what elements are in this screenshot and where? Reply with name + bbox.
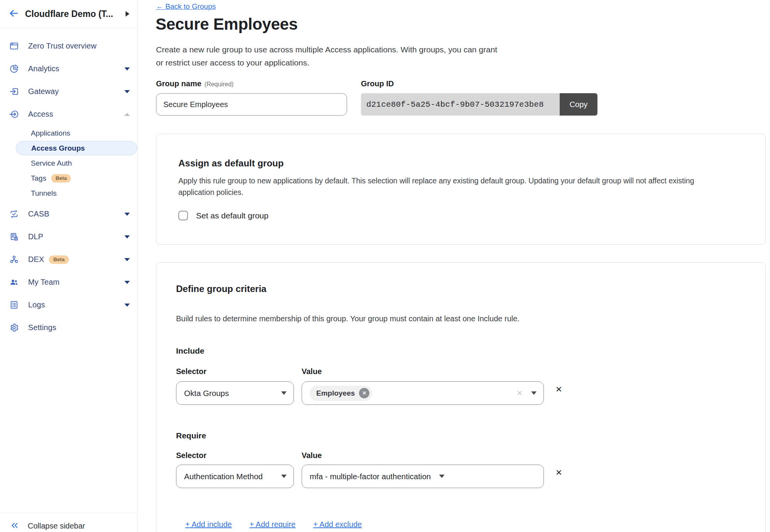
require-selector-dropdown[interactable]: Authentication Method xyxy=(176,465,294,488)
card-body: Build rules to determine membership of t… xyxy=(176,314,746,323)
sidebar-item-tags[interactable]: Tags Beta xyxy=(0,171,137,186)
sidebar-item-analytics[interactable]: Analytics xyxy=(0,57,137,80)
chevron-down-icon xyxy=(439,475,445,478)
beta-badge: Beta xyxy=(49,255,69,264)
remove-include-rule-icon[interactable]: ✕ xyxy=(555,385,562,393)
sidebar-item-label: My Team xyxy=(28,278,59,287)
include-value-multiselect[interactable]: Employees ✕ ✕ xyxy=(302,381,544,405)
require-heading: Require xyxy=(176,431,206,440)
criteria-card: Define group criteria Build rules to det… xyxy=(156,262,766,532)
sidebar-item-label: Settings xyxy=(28,323,56,332)
sidebar-item-casb[interactable]: CASB xyxy=(0,203,137,225)
include-selector-dropdown[interactable]: Okta Groups xyxy=(176,381,294,405)
add-require-link[interactable]: + Add require xyxy=(250,520,296,529)
account-title: Cloudflare Demo (T... xyxy=(25,9,126,19)
sidebar-item-label: Logs xyxy=(28,300,45,309)
access-subnav: Applications Access Groups Service Auth … xyxy=(0,126,137,201)
sidebar-item-label: Service Auth xyxy=(31,159,72,168)
value-label: Value xyxy=(302,451,322,460)
add-exclude-link[interactable]: + Add exclude xyxy=(313,520,362,529)
default-group-checkbox-row: Set as default group xyxy=(178,211,268,220)
group-id-label: Group ID xyxy=(361,79,394,88)
sidebar-item-access[interactable]: Access xyxy=(0,103,137,126)
sidebar-item-label: Tags xyxy=(31,174,46,183)
copy-button[interactable]: Copy xyxy=(560,93,597,116)
chevron-down-icon xyxy=(124,281,130,284)
group-id-unit: d21ce80f-5a25-4bcf-9b07-5032197e3be8 Cop… xyxy=(361,93,597,116)
chevron-down-icon xyxy=(124,67,130,70)
add-include-link[interactable]: + Add include xyxy=(185,520,232,529)
selector-label: Selector xyxy=(176,367,206,376)
sidebar-item-access-groups[interactable]: Access Groups xyxy=(0,141,137,156)
chevron-up-icon xyxy=(124,113,130,116)
chevron-down-icon xyxy=(124,90,130,93)
checkbox-label: Set as default group xyxy=(196,211,268,220)
back-link-label: Back to Groups xyxy=(165,2,216,10)
document-lock-icon xyxy=(9,232,19,242)
require-value-dropdown[interactable]: mfa - multiple-factor authentication xyxy=(302,465,544,488)
default-group-checkbox[interactable] xyxy=(178,211,188,220)
remove-require-rule-icon[interactable]: ✕ xyxy=(555,468,562,477)
sidebar-item-label: Applications xyxy=(31,129,70,138)
back-arrow-icon[interactable] xyxy=(8,8,19,20)
chevron-down-icon xyxy=(281,391,287,395)
sidebar-item-label: Access xyxy=(28,110,53,119)
left-arrow-icon: ← xyxy=(156,2,163,10)
sidebar-item-tunnels[interactable]: Tunnels xyxy=(0,186,137,201)
sidebar-item-label: Gateway xyxy=(28,87,59,96)
chevron-down-icon xyxy=(531,391,537,395)
sidebar-item-gateway[interactable]: Gateway xyxy=(0,80,137,103)
collapse-icon xyxy=(10,521,19,532)
selected-item-pill: Access Groups xyxy=(16,141,137,155)
chevron-right-icon[interactable] xyxy=(126,11,129,17)
add-rule-links: + Add include + Add require + Add exclud… xyxy=(185,520,362,529)
page-description: Create a new rule group to use across mu… xyxy=(156,43,497,69)
back-to-groups-link[interactable]: ← Back to Groups xyxy=(156,2,216,11)
team-icon xyxy=(9,277,19,287)
card-body: Apply this rule group to new application… xyxy=(178,175,725,198)
sidebar-item-service-auth[interactable]: Service Auth xyxy=(0,156,137,171)
value-chip: Employees ✕ xyxy=(310,386,372,401)
sidebar-item-zero-trust-overview[interactable]: Zero Trust overview xyxy=(0,35,137,57)
gateway-icon xyxy=(9,87,19,96)
clear-value-icon[interactable]: ✕ xyxy=(517,389,523,398)
logs-icon xyxy=(9,300,19,310)
selected-option: Okta Groups xyxy=(184,389,229,398)
required-hint: (Required) xyxy=(205,81,234,87)
card-title: Define group criteria xyxy=(176,284,267,294)
chip-label: Employees xyxy=(316,389,355,398)
group-id-value: d21ce80f-5a25-4bcf-9b07-5032197e3be8 xyxy=(361,93,560,116)
sidebar-item-label: CASB xyxy=(28,210,49,218)
casb-icon xyxy=(9,209,19,219)
sidebar-item-label: Zero Trust overview xyxy=(28,42,97,50)
sidebar-item-dlp[interactable]: DLP xyxy=(0,225,137,248)
sidebar-header: Cloudflare Demo (T... xyxy=(0,0,137,28)
group-name-label: Group name(Required) xyxy=(156,79,233,88)
sidebar-item-label: Tunnels xyxy=(31,189,57,198)
sidebar-item-label: Analytics xyxy=(28,64,59,73)
sidebar-item-logs[interactable]: Logs xyxy=(0,294,137,316)
sidebar-item-label: DLP xyxy=(28,232,43,241)
sidebar-nav: Zero Trust overview Analytics Gateway Ac… xyxy=(0,28,137,339)
chip-remove-icon[interactable]: ✕ xyxy=(359,388,369,398)
chevron-down-icon xyxy=(124,213,130,216)
sidebar-item-settings[interactable]: Settings xyxy=(0,316,137,339)
value-label: Value xyxy=(302,367,322,376)
selector-label: Selector xyxy=(176,451,206,460)
page-title: Secure Employees xyxy=(156,15,298,34)
sidebar-item-label: Access Groups xyxy=(31,144,85,153)
collapse-label: Collapse sidebar xyxy=(28,522,85,530)
selected-option: mfa - multiple-factor authentication xyxy=(310,472,431,481)
sidebar-item-label: DEX xyxy=(28,255,44,264)
dex-network-icon xyxy=(9,255,19,264)
group-name-input[interactable] xyxy=(156,93,347,116)
main-content: ← Back to Groups Secure Employees Create… xyxy=(138,0,770,532)
sidebar-item-my-team[interactable]: My Team xyxy=(0,271,137,294)
collapse-sidebar-button[interactable]: Collapse sidebar xyxy=(0,513,138,532)
sidebar-item-dex[interactable]: DEX Beta xyxy=(0,248,137,271)
gear-icon xyxy=(9,323,19,332)
access-icon xyxy=(9,109,19,119)
sidebar-item-applications[interactable]: Applications xyxy=(0,126,137,141)
include-heading: Include xyxy=(176,346,205,356)
card-title: Assign as default group xyxy=(178,158,284,169)
